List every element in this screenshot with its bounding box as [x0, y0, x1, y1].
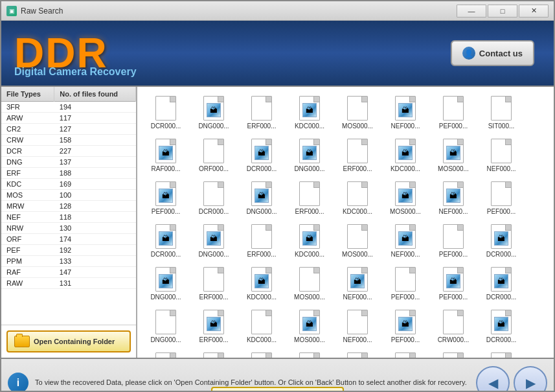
list-item[interactable]: 3FR00... [478, 349, 525, 358]
table-row[interactable]: CR2127 [1, 124, 136, 135]
list-item[interactable]: KDC000... [382, 135, 429, 176]
list-item[interactable]: PEF000... [430, 92, 477, 133]
back-button[interactable]: ◀ [476, 366, 510, 393]
table-row[interactable]: PEF192 [1, 245, 136, 256]
list-item[interactable]: NEF000... [334, 349, 381, 358]
list-item[interactable]: ORF000... [190, 135, 237, 176]
forward-button[interactable]: ▶ [514, 366, 547, 393]
list-item[interactable]: DCR000... [238, 135, 285, 176]
table-row[interactable]: ERF188 [1, 168, 136, 179]
table-row[interactable]: 3FR194 [1, 102, 136, 113]
list-item[interactable]: DCR000... [478, 263, 525, 305]
list-item[interactable]: DCR000... [478, 306, 525, 347]
document-file-icon [347, 224, 368, 249]
list-item[interactable]: MOS000... [286, 263, 333, 305]
list-item[interactable]: PEF000... [430, 263, 477, 305]
image-file-icon [491, 352, 512, 358]
list-item[interactable]: ERF000... [334, 135, 381, 176]
image-file-icon [443, 267, 464, 292]
file-grid-panel[interactable]: DCR000... DNG000... ERF000... KDC000... [137, 87, 554, 358]
list-item[interactable]: CRW000... [430, 306, 477, 347]
list-item[interactable]: CR200... [430, 349, 477, 358]
list-item[interactable]: PEF000... [142, 178, 189, 219]
list-item[interactable]: KDC000... [334, 178, 381, 219]
list-item[interactable]: NEF000... [334, 263, 381, 305]
list-item[interactable]: ERF000... [238, 220, 285, 262]
list-item[interactable]: DCR000... [190, 178, 237, 219]
status-bar: i To view the recovered Data, please cli… [1, 358, 554, 392]
file-label: MOS000... [294, 294, 325, 301]
file-icon [440, 266, 466, 292]
list-item[interactable]: NEF000... [334, 306, 381, 347]
list-item[interactable]: MOS000... [334, 220, 381, 262]
list-item[interactable]: DNG000... [238, 178, 285, 219]
file-count-cell: 192 [54, 245, 136, 256]
table-row[interactable]: ARW117 [1, 113, 136, 124]
file-count-cell: 100 [54, 190, 136, 201]
table-row[interactable]: KDC169 [1, 179, 136, 190]
file-icon [488, 95, 514, 121]
list-item[interactable]: NEF000... [478, 135, 525, 176]
list-item[interactable]: MOS000... [286, 349, 333, 358]
table-row[interactable]: MRW128 [1, 201, 136, 212]
list-item[interactable]: DNG000... [190, 92, 237, 133]
document-file-icon [299, 352, 320, 358]
list-item[interactable]: MOS000... [286, 306, 333, 347]
file-label: ERF000... [247, 122, 276, 130]
list-item[interactable]: DNG000... [142, 306, 189, 347]
file-label: ERF000... [199, 336, 228, 344]
list-item[interactable]: NEF000... [382, 220, 429, 262]
list-item[interactable]: KDC000... [238, 306, 285, 347]
list-item[interactable]: DNG000... [142, 349, 189, 358]
list-item[interactable]: ERF000... [238, 92, 285, 133]
list-item[interactable]: DNG000... [142, 263, 189, 305]
table-row[interactable]: MOS100 [1, 190, 136, 201]
list-item[interactable]: RAF000... [142, 135, 189, 176]
title-bar-controls: — □ ✕ [457, 5, 549, 17]
table-row[interactable]: DCR227 [1, 146, 136, 157]
table-row[interactable]: DNG137 [1, 157, 136, 168]
list-item[interactable]: DNG000... [286, 135, 333, 176]
list-item[interactable]: ERF000... [190, 306, 237, 347]
document-file-icon [203, 139, 224, 163]
folder-icon [14, 336, 30, 347]
list-item[interactable]: KDC000... [238, 349, 285, 358]
list-item[interactable]: PEF000... [430, 220, 477, 262]
table-row[interactable]: RAF147 [1, 267, 136, 278]
list-item[interactable]: DNG000... [190, 220, 237, 262]
file-icon [249, 224, 275, 249]
list-item[interactable]: DCR000... [142, 220, 189, 262]
list-item[interactable]: DCR000... [142, 92, 189, 133]
list-item[interactable]: MOS000... [334, 92, 381, 133]
table-row[interactable]: ORF174 [1, 234, 136, 245]
file-type-list-scroll[interactable]: File Types No. of files found 3FR194ARW1… [1, 87, 136, 325]
list-item[interactable]: MOS000... [430, 135, 477, 176]
list-item[interactable]: SIT000... [478, 92, 525, 133]
table-row[interactable]: NEF118 [1, 212, 136, 223]
list-item[interactable]: ERF000... [190, 349, 237, 358]
list-item[interactable]: ERF000... [286, 178, 333, 219]
list-item[interactable]: NEF000... [382, 92, 429, 133]
list-item[interactable]: PEF000... [382, 263, 429, 305]
list-item[interactable]: NEF000... [430, 178, 477, 219]
list-item[interactable]: KDC000... [286, 220, 333, 262]
table-row[interactable]: NRW130 [1, 223, 136, 234]
list-item[interactable]: DCR000... [478, 220, 525, 262]
list-item[interactable]: KDC000... [238, 263, 285, 305]
list-item[interactable]: PEF000... [382, 349, 429, 358]
list-item[interactable]: ERF000... [190, 263, 237, 305]
contact-button[interactable]: 👤 Contact us [451, 40, 534, 66]
list-item[interactable]: PEF000... [382, 306, 429, 347]
list-item[interactable]: MOS000... [382, 178, 429, 219]
file-icon [153, 181, 179, 207]
file-icon [201, 352, 227, 358]
minimize-button[interactable]: — [457, 5, 486, 17]
table-row[interactable]: PPM133 [1, 256, 136, 267]
list-item[interactable]: KDC000... [286, 92, 333, 133]
table-row[interactable]: CRW158 [1, 135, 136, 146]
open-folder-button[interactable]: Open Containing Folder [6, 330, 131, 352]
table-row[interactable]: RAW131 [1, 278, 136, 289]
close-button[interactable]: ✕ [519, 5, 549, 17]
maximize-button[interactable]: □ [488, 5, 517, 17]
list-item[interactable]: PEF000... [478, 178, 525, 219]
